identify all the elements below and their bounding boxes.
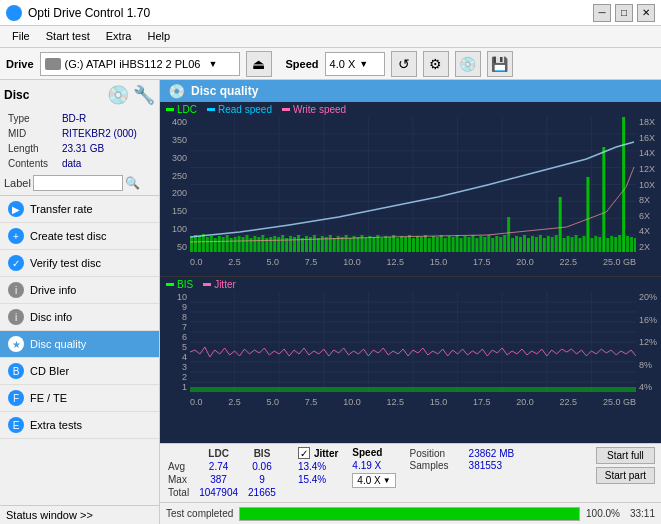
svg-rect-23 — [218, 236, 221, 252]
nav-drive-info[interactable]: i Drive info — [0, 277, 159, 304]
disc-header: Disc 💿 🔧 — [4, 84, 155, 106]
speed-dropdown-value: 4.0 X — [357, 475, 380, 486]
nav-extra-tests[interactable]: E Extra tests — [0, 412, 159, 439]
drive-info-icon: i — [8, 282, 24, 298]
write-speed-legend-label: Write speed — [293, 104, 346, 115]
svg-rect-120 — [602, 147, 605, 252]
disc-label-row: Label 🔍 — [4, 175, 155, 191]
b-y-right-8: 8% — [639, 360, 652, 370]
svg-rect-99 — [519, 237, 522, 252]
svg-rect-56 — [349, 238, 352, 252]
title-bar-controls[interactable]: ─ □ ✕ — [593, 4, 655, 22]
menu-help[interactable]: Help — [139, 28, 178, 45]
b-y-label-2: 2 — [182, 372, 187, 382]
speed-select[interactable]: 4.0 X ▼ — [325, 52, 385, 76]
save-button[interactable]: 💾 — [487, 51, 513, 77]
nav-disc-info-label: Disc info — [30, 311, 72, 323]
menu-file[interactable]: File — [4, 28, 38, 45]
eject-button[interactable]: ⏏ — [246, 51, 272, 77]
svg-rect-114 — [579, 238, 582, 252]
y-right-12x: 12X — [639, 164, 655, 174]
transfer-rate-icon: ▶ — [8, 201, 24, 217]
svg-rect-27 — [234, 237, 237, 252]
settings-button[interactable]: ⚙ — [423, 51, 449, 77]
jitter-checkbox[interactable]: ✓ — [298, 447, 310, 459]
label-input[interactable] — [33, 175, 123, 191]
label-icon[interactable]: 🔍 — [125, 176, 140, 190]
nav-transfer-rate[interactable]: ▶ Transfer rate — [0, 196, 159, 223]
nav-cd-bier-label: CD BIer — [30, 365, 69, 377]
minimize-button[interactable]: ─ — [593, 4, 611, 22]
svg-rect-87 — [471, 235, 474, 252]
svg-rect-17 — [194, 235, 197, 252]
progress-bar-inner — [240, 508, 579, 520]
nav-verify-test-disc[interactable]: ✓ Verify test disc — [0, 250, 159, 277]
speed-dropdown-arrow: ▼ — [359, 59, 368, 69]
samples-row: Samples 381553 — [410, 460, 515, 471]
start-full-button[interactable]: Start full — [596, 447, 655, 464]
x-label-25.0: 25.0 GB — [603, 257, 636, 267]
bottom-chart-svg — [190, 292, 636, 392]
nav-create-test-disc-label: Create test disc — [30, 230, 106, 242]
mid-value: RITEKBR2 (000) — [60, 127, 153, 140]
y-label-350: 350 — [172, 135, 187, 145]
b-y-label-5: 5 — [182, 342, 187, 352]
svg-rect-47 — [313, 235, 316, 252]
y-label-300: 300 — [172, 153, 187, 163]
svg-rect-72 — [412, 238, 415, 252]
svg-rect-119 — [598, 237, 601, 252]
svg-rect-33 — [257, 237, 260, 252]
extra-tests-icon: E — [8, 417, 24, 433]
svg-rect-96 — [507, 217, 510, 252]
app-icon — [6, 5, 22, 21]
speed-stats-dropdown[interactable]: 4.0 X ▼ — [352, 473, 395, 488]
b-y-label-8: 8 — [182, 312, 187, 322]
action-buttons: Start full Start part — [596, 447, 655, 484]
bx-label-2.5: 2.5 — [228, 397, 241, 407]
svg-rect-30 — [246, 235, 249, 252]
nav-disc-info[interactable]: i Disc info — [0, 304, 159, 331]
svg-rect-97 — [511, 238, 514, 252]
b-y-label-7: 7 — [182, 322, 187, 332]
svg-rect-66 — [388, 237, 391, 252]
type-value: BD-R — [60, 112, 153, 125]
svg-rect-39 — [281, 235, 284, 252]
svg-rect-111 — [567, 236, 570, 252]
chart-top: LDC Read speed Write speed 400 — [160, 102, 661, 277]
svg-rect-38 — [277, 237, 280, 252]
jitter-max: 15.4% — [298, 474, 338, 485]
drive-select[interactable]: (G:) ATAPI iHBS112 2 PL06 ▼ — [40, 52, 240, 76]
menu-extra[interactable]: Extra — [98, 28, 140, 45]
drive-dropdown-arrow: ▼ — [208, 59, 217, 69]
refresh-button[interactable]: ↺ — [391, 51, 417, 77]
x-label-5.0: 5.0 — [267, 257, 280, 267]
svg-rect-64 — [380, 238, 383, 252]
read-speed-legend-label: Read speed — [218, 104, 272, 115]
y-label-50: 50 — [177, 242, 187, 252]
close-button[interactable]: ✕ — [637, 4, 655, 22]
nav-extra-tests-label: Extra tests — [30, 419, 82, 431]
b-y-label-3: 3 — [182, 362, 187, 372]
status-window[interactable]: Status window >> — [0, 505, 159, 524]
y-right-2x: 2X — [639, 242, 650, 252]
disc-info-table: Type BD-R MID RITEKBR2 (000) Length 23.3… — [4, 110, 155, 172]
nav-create-test-disc[interactable]: + Create test disc — [0, 223, 159, 250]
main-content: Disc 💿 🔧 Type BD-R MID RITEKBR2 (000) Le… — [0, 80, 661, 524]
start-part-button[interactable]: Start part — [596, 467, 655, 484]
svg-rect-117 — [590, 238, 593, 252]
stats-max-bis: 9 — [246, 473, 284, 486]
nav-disc-quality[interactable]: ★ Disc quality — [0, 331, 159, 358]
bx-label-12.5: 12.5 — [386, 397, 404, 407]
b-y-label-9: 9 — [182, 302, 187, 312]
menu-start-test[interactable]: Start test — [38, 28, 98, 45]
svg-rect-25 — [226, 235, 229, 252]
nav-fe-te[interactable]: F FE / TE — [0, 385, 159, 412]
svg-rect-101 — [527, 238, 530, 252]
y-right-18x: 18X — [639, 117, 655, 127]
svg-rect-77 — [432, 236, 435, 252]
stats-table: LDC BIS Avg 2.74 0.06 Max 387 9 — [166, 447, 284, 499]
maximize-button[interactable]: □ — [615, 4, 633, 22]
disc-button[interactable]: 💿 — [455, 51, 481, 77]
top-chart-svg — [190, 117, 636, 252]
nav-cd-bier[interactable]: B CD BIer — [0, 358, 159, 385]
